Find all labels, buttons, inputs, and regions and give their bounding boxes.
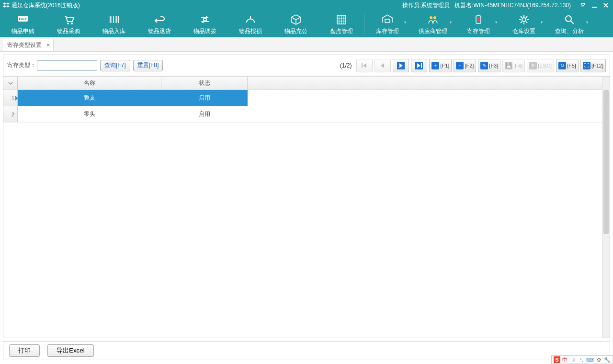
cart-icon [62,13,75,26]
toolbar-stock[interactable]: 库存管理▾ [364,11,410,37]
titlebar: 通娱仓库系统(2016连锁版) 操作员:系统管理员 机器名:WIN-45MFNH… [0,0,613,11]
ime-wrench-icon[interactable]: 🔧 [604,356,611,363]
svg-rect-6 [112,16,112,23]
chevron-down-icon: ▾ [450,20,452,24]
toolbar-label: 物品调拨 [193,27,216,35]
add-button[interactable]: ＋[F1] [429,59,452,72]
app-logo-icon [3,2,10,9]
buy-icon: BUY [16,13,30,26]
chevron-down-icon: ▾ [404,20,406,24]
ime-comma-icon[interactable]: °, [578,356,585,363]
cell-status: 启用 [161,106,248,122]
tab-close-icon[interactable]: ✕ [46,42,50,48]
nav-first-button[interactable] [356,59,373,72]
svg-rect-0 [592,7,597,8]
ime-status-bar: S 中 ☽ °, ⌨ ✿ 🔧 [551,355,613,364]
delete-button[interactable]: －[F2] [454,59,476,72]
toolbar-return[interactable]: 物品退货 [136,11,182,37]
toolbar-label: 库存管理 [376,27,399,35]
toolbar-box[interactable]: 物品充公 [273,11,318,37]
toolbar-settings[interactable]: 仓库设置▾ [501,11,546,37]
svg-point-19 [566,16,571,22]
settings-icon [517,13,531,26]
filter-row: 寄存类型： 查询[F7] 重置[F8] (1/2) ＋[F1] －[F2] ✎[… [3,55,610,76]
table-row[interactable]: 2零头启用 [3,106,602,123]
nav-next-button[interactable] [393,59,409,72]
toolbar-damage[interactable]: 物品报损 [227,11,273,37]
toolbar-label: 寄存管理 [467,27,490,35]
abacus-icon [335,13,348,26]
supplier-icon [426,13,440,26]
toolbar-label: 供应商管理 [419,27,447,35]
toolbar-supplier[interactable]: 供应商管理▾ [410,11,455,37]
cell-status: 启用 [161,90,248,106]
filter-label: 寄存类型： [7,61,36,69]
cell-name: 零头 [18,106,161,122]
column-status[interactable]: 状态 [161,77,248,90]
toolbar-abacus[interactable]: 盘点管理 [318,11,364,37]
refresh-button[interactable]: ↻[F5] [556,59,579,72]
nav-prev-button[interactable] [375,59,391,72]
svg-rect-5 [110,16,111,23]
dropdown-icon[interactable] [579,1,587,10]
export-excel-button[interactable]: 导出Excel [47,344,94,357]
box-icon [289,13,303,26]
content-panel: 寄存类型： 查询[F7] 重置[F8] (1/2) ＋[F1] －[F2] ✎[… [3,55,610,338]
save-button: 💾[F4] [502,59,525,72]
toolbar-label: 物品入库 [102,27,125,35]
ime-lang[interactable]: 中 [562,356,568,364]
minimize-button[interactable] [590,1,599,10]
svg-rect-7 [113,16,114,23]
main-toolbar: BUY物品申购物品采购物品入库物品退货物品调拨物品报损物品充公盘点管理库存管理▾… [0,11,613,37]
svg-rect-10 [118,16,119,23]
svg-point-11 [204,18,206,21]
toolbar-label: 物品充公 [284,27,307,35]
tab-deposit-type-settings[interactable]: 寄存类型设置 ✕ [2,39,54,51]
toolbar-barcode[interactable]: 物品入库 [91,11,136,37]
column-name[interactable]: 名称 [18,77,161,90]
toolbar-transfer[interactable]: 物品调拨 [182,11,227,37]
svg-point-3 [67,23,69,24]
print-button[interactable]: 打印 [9,344,40,357]
toolbar-buy[interactable]: BUY物品申购 [0,11,45,37]
machine-info: 机器名:WIN-45MFNHC74NJ(169.254.72.130) [454,1,571,10]
tab-bar: 寄存类型设置 ✕ [0,37,613,52]
return-icon [153,13,166,26]
grid-menu-icon[interactable] [3,77,18,90]
data-grid: 名称 状态 1整支启用2零头启用 [3,76,610,338]
transfer-icon [198,13,212,26]
settings-button[interactable]: ⛶[F12] [580,59,606,72]
nav-last-button[interactable] [411,59,427,72]
toolbar-cart[interactable]: 物品采购 [45,11,91,37]
ime-keyboard-icon[interactable]: ⌨ [587,356,593,363]
vertical-scrollbar[interactable] [602,77,610,338]
window-title: 通娱仓库系统(2016连锁版) [11,1,80,10]
reset-button[interactable]: 重置[F8] [133,60,163,71]
operator-info: 操作员:系统管理员 [402,1,450,10]
toolbar-search[interactable]: 查询、分析▾ [546,11,592,37]
svg-point-4 [71,23,73,24]
edit-button[interactable]: ✎[F3] [478,59,500,72]
cancel-button: ✕[ESC] [527,59,554,72]
svg-point-15 [433,16,436,19]
cell-name: 整支 [18,90,161,106]
close-button[interactable] [602,1,610,10]
table-row[interactable]: 1整支启用 [3,90,602,106]
scrollbar-thumb[interactable] [603,90,609,234]
chevron-down-icon: ▾ [541,20,543,24]
svg-rect-20 [362,63,363,68]
ime-tool-icon[interactable]: ✿ [595,356,602,363]
ime-s-icon[interactable]: S [554,356,560,363]
stock-icon [381,13,394,26]
damage-icon [244,13,257,26]
row-marker-icon [15,96,18,101]
pager-text: (1/2) [340,62,352,69]
deposit-type-input[interactable] [37,60,97,71]
svg-rect-13 [385,19,390,23]
query-button[interactable]: 查询[F7] [100,60,130,71]
toolbar-deposit[interactable]: 寄存管理▾ [455,11,501,37]
barcode-icon [107,13,121,26]
ime-moon-icon[interactable]: ☽ [569,356,576,363]
row-number: 2 [3,106,18,122]
search-icon [563,13,576,26]
